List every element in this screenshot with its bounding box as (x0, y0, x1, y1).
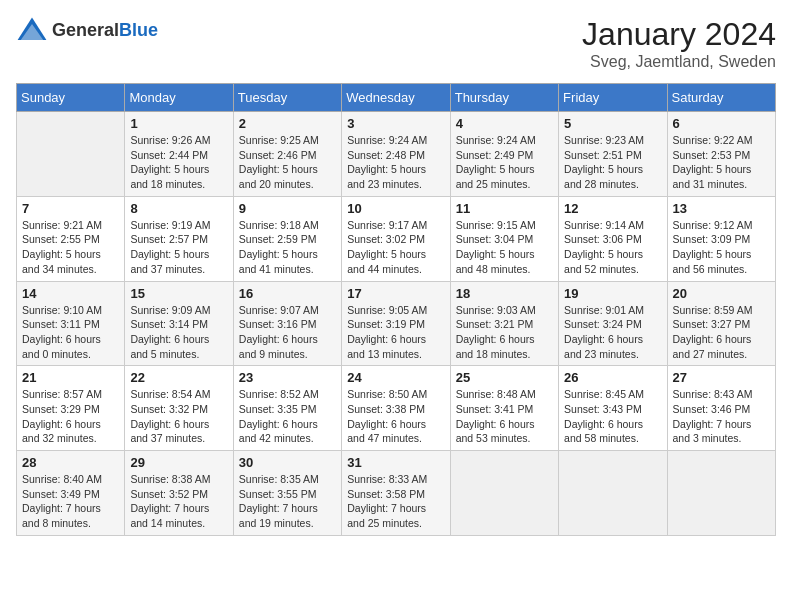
day-number: 13 (673, 201, 770, 216)
header-row: SundayMondayTuesdayWednesdayThursdayFrid… (17, 84, 776, 112)
day-number: 29 (130, 455, 227, 470)
calendar-cell: 19Sunrise: 9:01 AMSunset: 3:24 PMDayligh… (559, 281, 667, 366)
header-tuesday: Tuesday (233, 84, 341, 112)
calendar-body: 1Sunrise: 9:26 AMSunset: 2:44 PMDaylight… (17, 112, 776, 536)
calendar-cell: 25Sunrise: 8:48 AMSunset: 3:41 PMDayligh… (450, 366, 558, 451)
day-number: 11 (456, 201, 553, 216)
day-info: Sunrise: 8:48 AMSunset: 3:41 PMDaylight:… (456, 387, 553, 446)
day-info: Sunrise: 9:24 AMSunset: 2:49 PMDaylight:… (456, 133, 553, 192)
day-number: 30 (239, 455, 336, 470)
day-number: 24 (347, 370, 444, 385)
day-info: Sunrise: 9:05 AMSunset: 3:19 PMDaylight:… (347, 303, 444, 362)
header-wednesday: Wednesday (342, 84, 450, 112)
calendar-cell: 3Sunrise: 9:24 AMSunset: 2:48 PMDaylight… (342, 112, 450, 197)
logo-blue: Blue (119, 20, 158, 40)
calendar-cell: 7Sunrise: 9:21 AMSunset: 2:55 PMDaylight… (17, 196, 125, 281)
day-number: 2 (239, 116, 336, 131)
location-title: Sveg, Jaemtland, Sweden (582, 53, 776, 71)
day-number: 25 (456, 370, 553, 385)
calendar-cell: 2Sunrise: 9:25 AMSunset: 2:46 PMDaylight… (233, 112, 341, 197)
day-number: 20 (673, 286, 770, 301)
day-info: Sunrise: 9:18 AMSunset: 2:59 PMDaylight:… (239, 218, 336, 277)
logo: GeneralBlue (16, 16, 158, 44)
day-number: 14 (22, 286, 119, 301)
calendar-cell: 5Sunrise: 9:23 AMSunset: 2:51 PMDaylight… (559, 112, 667, 197)
calendar-cell: 12Sunrise: 9:14 AMSunset: 3:06 PMDayligh… (559, 196, 667, 281)
calendar-cell: 22Sunrise: 8:54 AMSunset: 3:32 PMDayligh… (125, 366, 233, 451)
logo-text: GeneralBlue (52, 20, 158, 41)
day-number: 18 (456, 286, 553, 301)
week-row-0: 1Sunrise: 9:26 AMSunset: 2:44 PMDaylight… (17, 112, 776, 197)
day-info: Sunrise: 8:50 AMSunset: 3:38 PMDaylight:… (347, 387, 444, 446)
calendar-cell: 6Sunrise: 9:22 AMSunset: 2:53 PMDaylight… (667, 112, 775, 197)
day-info: Sunrise: 9:09 AMSunset: 3:14 PMDaylight:… (130, 303, 227, 362)
calendar-cell: 8Sunrise: 9:19 AMSunset: 2:57 PMDaylight… (125, 196, 233, 281)
day-info: Sunrise: 9:24 AMSunset: 2:48 PMDaylight:… (347, 133, 444, 192)
day-number: 23 (239, 370, 336, 385)
day-info: Sunrise: 9:15 AMSunset: 3:04 PMDaylight:… (456, 218, 553, 277)
day-number: 22 (130, 370, 227, 385)
calendar-cell (17, 112, 125, 197)
week-row-4: 28Sunrise: 8:40 AMSunset: 3:49 PMDayligh… (17, 451, 776, 536)
day-number: 19 (564, 286, 661, 301)
day-info: Sunrise: 9:23 AMSunset: 2:51 PMDaylight:… (564, 133, 661, 192)
week-row-2: 14Sunrise: 9:10 AMSunset: 3:11 PMDayligh… (17, 281, 776, 366)
day-number: 9 (239, 201, 336, 216)
day-info: Sunrise: 8:57 AMSunset: 3:29 PMDaylight:… (22, 387, 119, 446)
calendar-cell: 18Sunrise: 9:03 AMSunset: 3:21 PMDayligh… (450, 281, 558, 366)
day-info: Sunrise: 9:22 AMSunset: 2:53 PMDaylight:… (673, 133, 770, 192)
day-number: 27 (673, 370, 770, 385)
day-info: Sunrise: 9:14 AMSunset: 3:06 PMDaylight:… (564, 218, 661, 277)
calendar-cell: 4Sunrise: 9:24 AMSunset: 2:49 PMDaylight… (450, 112, 558, 197)
day-number: 3 (347, 116, 444, 131)
header-saturday: Saturday (667, 84, 775, 112)
calendar-cell: 11Sunrise: 9:15 AMSunset: 3:04 PMDayligh… (450, 196, 558, 281)
calendar-cell: 1Sunrise: 9:26 AMSunset: 2:44 PMDaylight… (125, 112, 233, 197)
day-number: 31 (347, 455, 444, 470)
week-row-1: 7Sunrise: 9:21 AMSunset: 2:55 PMDaylight… (17, 196, 776, 281)
day-info: Sunrise: 9:07 AMSunset: 3:16 PMDaylight:… (239, 303, 336, 362)
calendar-cell: 24Sunrise: 8:50 AMSunset: 3:38 PMDayligh… (342, 366, 450, 451)
calendar-header: SundayMondayTuesdayWednesdayThursdayFrid… (17, 84, 776, 112)
calendar-cell: 16Sunrise: 9:07 AMSunset: 3:16 PMDayligh… (233, 281, 341, 366)
day-number: 21 (22, 370, 119, 385)
header-friday: Friday (559, 84, 667, 112)
calendar-cell: 23Sunrise: 8:52 AMSunset: 3:35 PMDayligh… (233, 366, 341, 451)
calendar-cell: 31Sunrise: 8:33 AMSunset: 3:58 PMDayligh… (342, 451, 450, 536)
calendar-cell: 17Sunrise: 9:05 AMSunset: 3:19 PMDayligh… (342, 281, 450, 366)
calendar-cell: 21Sunrise: 8:57 AMSunset: 3:29 PMDayligh… (17, 366, 125, 451)
header-monday: Monday (125, 84, 233, 112)
logo-general: General (52, 20, 119, 40)
day-info: Sunrise: 8:38 AMSunset: 3:52 PMDaylight:… (130, 472, 227, 531)
calendar-cell: 14Sunrise: 9:10 AMSunset: 3:11 PMDayligh… (17, 281, 125, 366)
calendar-cell (667, 451, 775, 536)
day-number: 7 (22, 201, 119, 216)
page-header: GeneralBlue January 2024 Sveg, Jaemtland… (16, 16, 776, 71)
calendar: SundayMondayTuesdayWednesdayThursdayFrid… (16, 83, 776, 536)
day-info: Sunrise: 8:52 AMSunset: 3:35 PMDaylight:… (239, 387, 336, 446)
day-number: 16 (239, 286, 336, 301)
calendar-cell: 15Sunrise: 9:09 AMSunset: 3:14 PMDayligh… (125, 281, 233, 366)
day-info: Sunrise: 9:12 AMSunset: 3:09 PMDaylight:… (673, 218, 770, 277)
day-number: 8 (130, 201, 227, 216)
day-number: 6 (673, 116, 770, 131)
calendar-cell: 27Sunrise: 8:43 AMSunset: 3:46 PMDayligh… (667, 366, 775, 451)
day-number: 4 (456, 116, 553, 131)
calendar-cell (450, 451, 558, 536)
header-thursday: Thursday (450, 84, 558, 112)
day-number: 17 (347, 286, 444, 301)
day-number: 1 (130, 116, 227, 131)
day-number: 10 (347, 201, 444, 216)
day-info: Sunrise: 9:01 AMSunset: 3:24 PMDaylight:… (564, 303, 661, 362)
calendar-cell: 30Sunrise: 8:35 AMSunset: 3:55 PMDayligh… (233, 451, 341, 536)
day-info: Sunrise: 8:59 AMSunset: 3:27 PMDaylight:… (673, 303, 770, 362)
day-info: Sunrise: 8:54 AMSunset: 3:32 PMDaylight:… (130, 387, 227, 446)
day-info: Sunrise: 9:21 AMSunset: 2:55 PMDaylight:… (22, 218, 119, 277)
calendar-cell: 13Sunrise: 9:12 AMSunset: 3:09 PMDayligh… (667, 196, 775, 281)
calendar-cell: 10Sunrise: 9:17 AMSunset: 3:02 PMDayligh… (342, 196, 450, 281)
day-info: Sunrise: 8:33 AMSunset: 3:58 PMDaylight:… (347, 472, 444, 531)
day-number: 5 (564, 116, 661, 131)
day-number: 12 (564, 201, 661, 216)
day-number: 26 (564, 370, 661, 385)
calendar-cell: 9Sunrise: 9:18 AMSunset: 2:59 PMDaylight… (233, 196, 341, 281)
